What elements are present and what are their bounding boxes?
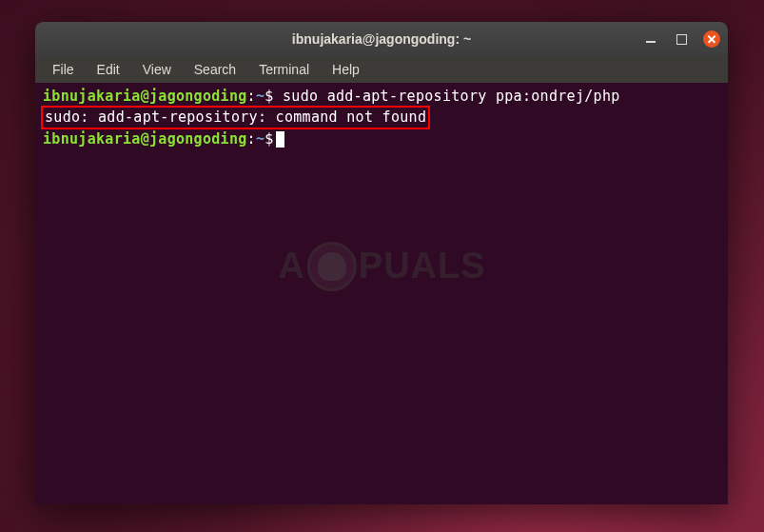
watermark-logo-icon — [307, 242, 357, 291]
window-controls — [642, 30, 720, 48]
window-title: ibnujakaria@jagongoding: ~ — [292, 31, 471, 47]
menu-search[interactable]: Search — [185, 58, 245, 81]
error-highlight-box: sudo: add-apt-repository: command not fo… — [41, 106, 430, 128]
watermark: A PUALS — [278, 242, 485, 291]
menu-edit[interactable]: Edit — [88, 58, 129, 81]
prompt-colon: : — [247, 88, 256, 105]
watermark-text-before: A — [278, 246, 304, 286]
menu-terminal[interactable]: Terminal — [249, 58, 319, 81]
titlebar[interactable]: ibnujakaria@jagongoding: ~ — [35, 22, 728, 56]
minimize-button[interactable] — [642, 30, 659, 48]
prompt-user: ibnujakaria@jagongoding — [43, 130, 247, 148]
close-button[interactable] — [703, 30, 720, 48]
watermark-text-after: PUALS — [359, 246, 486, 286]
command-text: sudo add-apt-repository ppa:ondrej/php — [274, 88, 620, 105]
terminal-line-3: ibnujakaria@jagongoding:~$ — [43, 129, 720, 148]
terminal-content[interactable]: ibnujakaria@jagongoding:~$ sudo add-apt-… — [35, 83, 728, 152]
prompt-dollar: $ — [264, 88, 273, 105]
maximize-button[interactable] — [673, 30, 690, 48]
menu-view[interactable]: View — [133, 58, 181, 81]
terminal-line-1: ibnujakaria@jagongoding:~$ sudo add-apt-… — [43, 87, 720, 106]
error-output: sudo: add-apt-repository: command not fo… — [45, 108, 426, 126]
prompt-user: ibnujakaria@jagongoding — [43, 88, 247, 105]
menu-file[interactable]: File — [43, 58, 84, 81]
prompt-path: ~ — [256, 88, 264, 105]
prompt-path: ~ — [256, 130, 264, 148]
menubar: File Edit View Search Terminal Help — [35, 56, 728, 83]
terminal-line-2: sudo: add-apt-repository: command not fo… — [43, 106, 720, 128]
cursor-icon — [276, 131, 284, 148]
menu-help[interactable]: Help — [323, 58, 369, 81]
prompt-colon: : — [247, 130, 256, 148]
prompt-dollar: $ — [264, 130, 273, 148]
